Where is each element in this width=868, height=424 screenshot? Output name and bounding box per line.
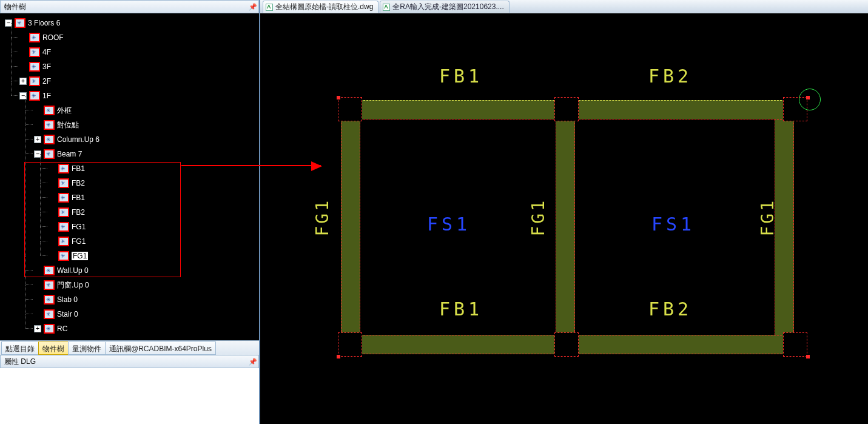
tree-item-rc[interactable]: +RC xyxy=(34,321,259,336)
node-icon xyxy=(44,106,55,115)
node-icon xyxy=(58,237,69,246)
node-label: Beam 7 xyxy=(57,150,82,158)
cad-canvas[interactable]: FB1 FB2 FB1 FB2 FS1 FS1 FG1 FG1 FG1 xyxy=(260,13,868,424)
node-icon xyxy=(15,18,25,28)
node-icon xyxy=(29,33,40,42)
tree-beam-child[interactable]: FB2 xyxy=(49,205,259,220)
tree-item-stair[interactable]: Stair 0 xyxy=(34,307,259,321)
dwg-icon xyxy=(383,4,390,11)
pin-icon[interactable]: 📌 xyxy=(247,1,258,12)
tree-beam-child[interactable]: FG1 xyxy=(49,220,259,234)
tree-beam-child[interactable]: FB2 xyxy=(49,176,259,190)
dwg-icon xyxy=(266,4,273,11)
node-label: 對位點 xyxy=(57,120,79,130)
expand-icon[interactable]: + xyxy=(34,136,41,143)
node-icon xyxy=(58,222,69,232)
cad-label-fb1: FB1 xyxy=(439,66,483,87)
annotation-arrow-icon xyxy=(181,165,321,166)
tree-item-3f[interactable]: 3F xyxy=(19,59,259,74)
tree-item-1f[interactable]: −1F xyxy=(19,89,259,103)
node-icon xyxy=(44,295,55,305)
tree-panel-header[interactable]: 物件樹 📌 xyxy=(0,0,259,13)
node-label: Stair 0 xyxy=(57,310,78,318)
tree-item-4f[interactable]: 4F xyxy=(19,45,259,59)
tree-root[interactable]: − 3 Floors 6 xyxy=(5,16,259,30)
node-label: ROOF xyxy=(42,33,64,42)
node-label: 1F xyxy=(42,92,51,100)
expand-icon[interactable]: + xyxy=(34,325,41,332)
node-icon xyxy=(44,309,55,319)
column-node[interactable] xyxy=(338,332,362,357)
beam-fb2-bot[interactable] xyxy=(579,335,785,354)
node-label: 外框 xyxy=(57,106,72,116)
beam-fb1-bot[interactable] xyxy=(360,335,554,354)
node-label: FB2 xyxy=(72,208,85,217)
beam-fb1-top[interactable] xyxy=(360,100,554,119)
doc-tab-label: 全RA輸入完成-建築圖20210623.... xyxy=(392,2,503,12)
tab-comms[interactable]: 通訊欄@RCADBIM-x64ProPlus xyxy=(105,342,216,355)
corner-marker xyxy=(806,355,810,358)
prop-panel-body xyxy=(0,368,259,424)
node-icon xyxy=(44,324,55,334)
node-label: 門窗.Up 0 xyxy=(57,280,89,291)
left-panel: 物件樹 📌 − 3 Floors 6 ROOF 4F 3F +2F −1F xyxy=(0,0,260,424)
tree-item-align[interactable]: 對位點 xyxy=(34,118,259,132)
beam-fg1-mid[interactable] xyxy=(556,119,575,335)
cad-label-fb1: FB1 xyxy=(439,298,483,320)
cad-label-fb2: FB2 xyxy=(648,66,692,87)
node-icon xyxy=(29,47,40,57)
right-panel: 全結構圖原始檔-讀取柱位.dwg 全RA輸入完成-建築圖20210623....… xyxy=(260,0,868,424)
beam-fb2-top[interactable] xyxy=(579,100,785,119)
node-icon xyxy=(44,120,55,130)
pin-icon[interactable]: 📌 xyxy=(247,356,258,367)
node-icon xyxy=(58,251,69,261)
node-label: Column.Up 6 xyxy=(57,135,99,144)
tree-item-roof[interactable]: ROOF xyxy=(19,30,259,45)
object-tree[interactable]: − 3 Floors 6 ROOF 4F 3F +2F −1F 外框 對位點 +… xyxy=(0,13,259,340)
tab-measure[interactable]: 量測物件 xyxy=(68,342,106,355)
tree-item-slab[interactable]: Slab 0 xyxy=(34,292,259,307)
tab-picklist[interactable]: 點選目錄 xyxy=(1,342,39,355)
node-label: RC xyxy=(57,325,67,333)
doc-tab-label: 全結構圖原始檔-讀取柱位.dwg xyxy=(275,2,373,12)
node-label: FG1 xyxy=(72,237,86,246)
node-icon xyxy=(29,62,40,72)
node-label: FB1 xyxy=(72,164,85,173)
node-icon xyxy=(44,149,55,159)
cad-label-fg1: FG1 xyxy=(528,198,548,237)
tree-beam-child[interactable]: FB1 xyxy=(49,190,259,205)
prop-panel-title: 屬性 DLG xyxy=(4,355,36,368)
tree-item-2f[interactable]: +2F xyxy=(19,74,259,89)
node-icon xyxy=(29,91,40,101)
column-node[interactable] xyxy=(554,332,579,357)
node-label: FG1 xyxy=(72,223,86,231)
beam-fg1-left[interactable] xyxy=(341,119,360,335)
node-label: Slab 0 xyxy=(57,295,78,304)
tree-item-wall[interactable]: Wall.Up 0 xyxy=(34,263,259,278)
corner-marker xyxy=(337,355,340,358)
tree-item-beam[interactable]: −Beam 7 xyxy=(34,147,259,161)
tree-beam-child-selected[interactable]: FG1 xyxy=(49,249,259,263)
prop-panel-header[interactable]: 屬性 DLG 📌 xyxy=(0,355,259,368)
tree-item-frame[interactable]: 外框 xyxy=(34,103,259,118)
cad-label-fs1: FS1 xyxy=(651,214,695,235)
expand-icon[interactable]: + xyxy=(19,78,27,85)
node-icon xyxy=(44,280,55,290)
column-node[interactable] xyxy=(783,332,807,357)
node-icon xyxy=(58,207,69,217)
column-node[interactable] xyxy=(554,97,579,121)
tree-item-column[interactable]: +Column.Up 6 xyxy=(34,132,259,147)
cad-label-fg1: FG1 xyxy=(312,198,332,237)
column-node[interactable] xyxy=(338,97,362,121)
doc-tab-active[interactable]: 全結構圖原始檔-讀取柱位.dwg xyxy=(263,1,378,13)
tree-beam-child[interactable]: FB1 xyxy=(49,161,259,176)
node-icon xyxy=(58,178,69,188)
corner-marker xyxy=(337,96,340,99)
tree-item-door[interactable]: 門窗.Up 0 xyxy=(34,278,259,292)
doc-tab-inactive[interactable]: 全RA輸入完成-建築圖20210623.... xyxy=(380,1,509,13)
node-icon xyxy=(44,266,55,275)
node-icon xyxy=(58,193,69,203)
bottom-tab-strip: 點選目錄 物件樹 量測物件 通訊欄@RCADBIM-x64ProPlus xyxy=(0,340,259,355)
tab-object-tree[interactable]: 物件樹 xyxy=(38,342,69,355)
tree-beam-child[interactable]: FG1 xyxy=(49,234,259,249)
